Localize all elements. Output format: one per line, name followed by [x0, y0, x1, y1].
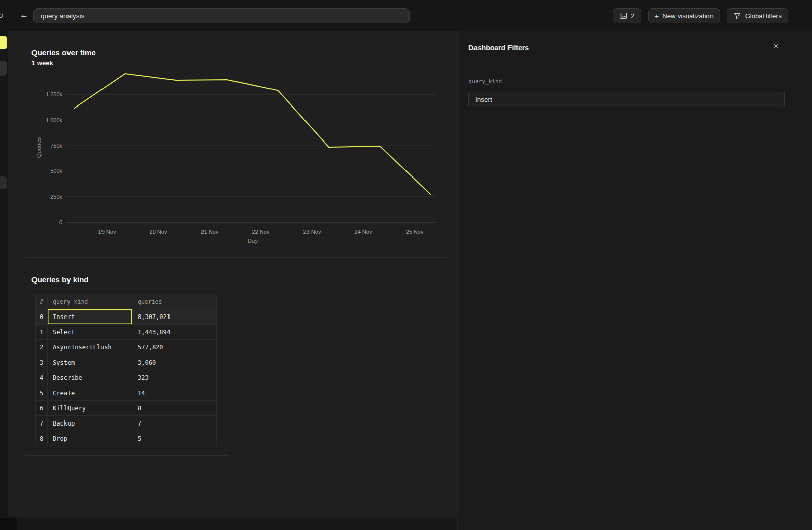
sidebar-item[interactable]	[0, 61, 7, 76]
x-tick-label: 23 Nov	[303, 229, 321, 235]
queries-cell[interactable]: 14	[132, 385, 217, 401]
table-card: Queries by kind # query_kind queries 0In…	[23, 268, 230, 456]
topbar: ↻ ← 2 + New visualization Global filters	[0, 0, 812, 31]
query-kind-cell[interactable]: Create	[48, 385, 132, 401]
close-icon[interactable]: ×	[774, 42, 779, 50]
query-kind-cell[interactable]: AsyncInsertFlush	[48, 340, 132, 355]
x-tick-label: 25 Nov	[406, 229, 424, 235]
row-index: 6	[36, 401, 48, 416]
x-tick-label: 19 Nov	[98, 229, 116, 235]
query-kind-cell[interactable]: KillQuery	[48, 401, 132, 416]
queries-cell[interactable]: 5	[132, 431, 217, 446]
global-filters-label: Global filters	[745, 12, 782, 20]
sidebar-item-active[interactable]	[0, 36, 7, 49]
query-kind-filter-input[interactable]	[468, 92, 785, 107]
plus-icon: +	[655, 12, 659, 20]
query-kind-cell[interactable]: Insert	[48, 309, 132, 325]
queries-cell[interactable]: 577,820	[132, 340, 217, 355]
row-index: 8	[36, 431, 48, 446]
table-header-row: # query_kind queries	[36, 294, 217, 309]
new-visualization-label: New visualization	[662, 12, 713, 20]
table-row: 4Describe323	[36, 370, 217, 385]
query-kind-filter-label: query_kind	[468, 78, 502, 85]
row-index: 4	[36, 370, 48, 385]
sidebar-item[interactable]	[0, 176, 7, 189]
query-kind-cell[interactable]: Backup	[48, 416, 132, 431]
table-row: 2AsyncInsertFlush577,820	[36, 340, 217, 355]
y-tick-label: 750k	[50, 143, 62, 149]
dashboard-canvas: Queries over time 1 week 0250k500k750k1 …	[8, 31, 457, 517]
row-index: 0	[36, 309, 48, 325]
table-row: 0Insert8,307,021	[36, 309, 217, 325]
dashboard-title-input[interactable]	[33, 8, 410, 23]
row-index: 1	[36, 325, 48, 340]
left-sidebar	[0, 31, 8, 530]
y-tick-label: 1 250k	[46, 91, 63, 97]
table-row: 3System3,060	[36, 355, 217, 370]
y-tick-label: 500k	[50, 168, 62, 174]
queries-cell[interactable]: 1,443,894	[132, 325, 217, 340]
queries-table-body: 0Insert8,307,0211Select1,443,8942AsyncIn…	[36, 309, 217, 446]
global-filters-button[interactable]: Global filters	[727, 8, 788, 23]
image-icon	[619, 12, 627, 20]
queries-cell[interactable]: 7	[132, 416, 217, 431]
back-button[interactable]: ←	[20, 10, 28, 20]
row-index: 5	[36, 385, 48, 401]
filters-panel-title: Dashboard Filters	[468, 44, 529, 52]
visualization-count-button[interactable]: 2	[613, 8, 641, 23]
queries-cell[interactable]: 3,060	[132, 355, 217, 370]
chart-title: Queries over time	[31, 48, 448, 57]
table-title: Queries by kind	[31, 275, 230, 284]
row-index: 2	[36, 340, 48, 355]
query-kind-cell[interactable]: Select	[48, 325, 132, 340]
queries-line-chart: 0250k500k750k1 000k1 250k19 Nov20 Nov21 …	[23, 69, 448, 248]
queries-cell[interactable]: 8,307,021	[132, 309, 217, 325]
y-axis-label: Queries	[36, 137, 42, 158]
query-kind-cell[interactable]: Drop	[48, 431, 132, 446]
chart-line	[74, 74, 431, 195]
column-header-query-kind[interactable]: query_kind	[48, 294, 132, 309]
x-tick-label: 20 Nov	[150, 229, 167, 235]
query-kind-cell[interactable]: Describe	[48, 370, 132, 385]
column-header-index[interactable]: #	[36, 294, 48, 309]
dashboard-filters-panel: Dashboard Filters × query_kind	[457, 31, 812, 530]
refresh-icon[interactable]: ↻	[0, 11, 4, 20]
count-label: 2	[631, 12, 634, 20]
queries-cell[interactable]: 8	[132, 401, 217, 416]
row-index: 3	[36, 355, 48, 370]
y-tick-label: 0	[59, 219, 62, 225]
y-tick-label: 1 000k	[46, 117, 63, 123]
x-tick-label: 21 Nov	[201, 229, 219, 235]
table-header: # query_kind queries	[36, 294, 217, 309]
y-tick-label: 250k	[50, 194, 62, 200]
bottom-left-corner	[0, 518, 17, 530]
queries-cell[interactable]: 323	[132, 370, 217, 385]
funnel-icon	[733, 12, 741, 20]
topbar-actions: 2 + New visualization Global filters	[613, 8, 788, 23]
x-tick-label: 24 Nov	[355, 229, 373, 235]
queries-table: # query_kind queries 0Insert8,307,0211Se…	[35, 294, 217, 446]
row-index: 7	[36, 416, 48, 431]
query-kind-cell[interactable]: System	[48, 355, 132, 370]
table-row: 6KillQuery8	[36, 401, 217, 416]
new-visualization-button[interactable]: + New visualization	[648, 8, 720, 23]
x-axis-label: Day	[248, 238, 258, 244]
table-row: 7Backup7	[36, 416, 217, 431]
x-tick-label: 22 Nov	[252, 229, 270, 235]
table-row: 8Drop5	[36, 431, 217, 446]
column-header-queries[interactable]: queries	[132, 294, 217, 309]
chart-card: Queries over time 1 week 0250k500k750k1 …	[23, 41, 448, 258]
table-row: 1Select1,443,894	[36, 325, 217, 340]
chart-subtitle: 1 week	[31, 59, 448, 67]
table-row: 5Create14	[36, 385, 217, 401]
